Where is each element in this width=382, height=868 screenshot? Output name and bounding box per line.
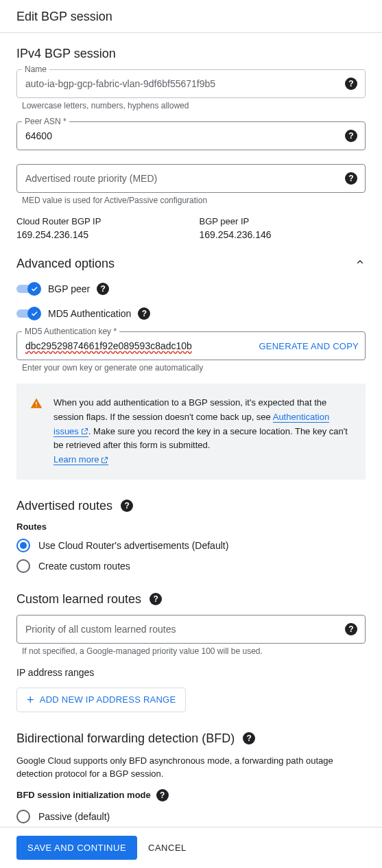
- help-icon[interactable]: ?: [345, 172, 357, 185]
- bgp-peer-toggle-row: BGP peer ?: [16, 282, 366, 296]
- add-ip-range-button[interactable]: + ADD NEW IP ADDRESS RANGE: [16, 688, 186, 712]
- advanced-options-toggle[interactable]: Advanced options: [16, 257, 366, 271]
- priority-input[interactable]: [16, 615, 366, 644]
- advertised-routes-title: Advertised routes ?: [16, 499, 366, 513]
- help-icon[interactable]: ?: [150, 593, 162, 605]
- bgp-peer-label: BGP peer IP: [200, 216, 366, 226]
- md5-switch[interactable]: [16, 307, 41, 320]
- radio-icon: [16, 810, 30, 823]
- ip-ranges-title: IP address ranges: [16, 667, 366, 678]
- ipv4-section-title: IPv4 BGP session: [16, 47, 366, 61]
- help-icon[interactable]: ?: [243, 732, 255, 744]
- name-input: auto-ia-bgp-gcp-fabric-vlan-9df6bf55671f…: [16, 69, 366, 98]
- name-field-wrap: Name auto-ia-bgp-gcp-fabric-vlan-9df6bf5…: [16, 69, 366, 98]
- routes-option-default[interactable]: Use Cloud Router's advertisements (Defau…: [16, 539, 366, 552]
- page-title: Edit BGP session: [16, 10, 366, 24]
- learn-more-link[interactable]: Learn more: [53, 454, 108, 465]
- save-continue-button[interactable]: SAVE AND CONTINUE: [16, 836, 137, 860]
- custom-learned-title: Custom learned routes ?: [16, 592, 366, 607]
- md5-info-box: When you add authentication to a BGP ses…: [16, 384, 366, 480]
- routes-option-custom[interactable]: Create custom routes: [16, 559, 366, 573]
- md5-label: MD5 Authentication key *: [22, 327, 119, 336]
- bgp-peer-switch[interactable]: [16, 282, 41, 296]
- plus-icon: +: [27, 694, 34, 706]
- help-icon[interactable]: ?: [345, 130, 357, 142]
- md5-toggle-row: MD5 Authentication ?: [16, 307, 366, 320]
- ip-columns: Cloud Router BGP IP 169.254.236.145 BGP …: [16, 216, 366, 240]
- cloud-router-col: Cloud Router BGP IP 169.254.236.145: [16, 216, 183, 240]
- bfd-title: Bidirectional forwarding detection (BFD)…: [16, 731, 366, 746]
- peer-asn-label: Peer ASN *: [22, 117, 69, 126]
- md5-toggle-label: MD5 Authentication: [48, 308, 131, 319]
- help-icon[interactable]: ?: [97, 283, 109, 295]
- page-header: Edit BGP session: [0, 0, 382, 33]
- external-link-icon: [100, 456, 108, 465]
- name-label: Name: [22, 64, 49, 74]
- routes-label: Routes: [16, 521, 366, 532]
- help-icon[interactable]: ?: [138, 307, 150, 320]
- footer-bar: SAVE AND CONTINUE CANCEL: [0, 827, 382, 868]
- radio-checked-icon: [16, 539, 30, 552]
- bgp-peer-toggle-label: BGP peer: [48, 283, 90, 294]
- med-input[interactable]: [16, 164, 366, 193]
- routes-option-custom-label: Create custom routes: [38, 561, 130, 572]
- svg-point-0: [36, 406, 37, 407]
- priority-help-text: If not specified, a Google-managed prior…: [22, 646, 366, 656]
- priority-field-wrap: ?: [16, 615, 366, 644]
- advanced-title: Advanced options: [16, 257, 115, 271]
- cloud-router-value: 169.254.236.145: [16, 229, 183, 240]
- peer-asn-field-wrap: Peer ASN * ?: [16, 121, 366, 150]
- name-help-text: Lowercase letters, numbers, hyphens allo…: [22, 101, 366, 110]
- help-icon[interactable]: ?: [345, 78, 357, 90]
- chevron-up-icon: [355, 257, 366, 271]
- routes-option-default-label: Use Cloud Router's advertisements (Defau…: [38, 540, 228, 551]
- bfd-description: Google Cloud supports only BFD asynchron…: [16, 754, 366, 781]
- external-link-icon: [80, 427, 88, 436]
- help-icon[interactable]: ?: [156, 789, 169, 801]
- generate-copy-button[interactable]: GENERATE AND COPY: [259, 341, 359, 351]
- bfd-mode-label: BFD session initialization mode ?: [16, 789, 366, 801]
- bgp-peer-col: BGP peer IP 169.254.236.146: [200, 216, 366, 240]
- help-icon[interactable]: ?: [121, 500, 133, 512]
- help-icon[interactable]: ?: [345, 623, 357, 635]
- radio-icon: [16, 559, 30, 573]
- md5-field-wrap: MD5 Authentication key * dbc29529874661f…: [16, 331, 366, 360]
- med-help-text: MED value is used for Active/Passive con…: [22, 196, 366, 205]
- bfd-passive-label: Passive (default): [38, 811, 110, 822]
- med-field-wrap: ?: [16, 164, 366, 193]
- form-content: IPv4 BGP session Name auto-ia-bgp-gcp-fa…: [0, 33, 382, 868]
- md5-help-text: Enter your own key or generate one autom…: [22, 363, 366, 373]
- bgp-peer-value: 169.254.236.146: [200, 229, 366, 240]
- info-text: When you add authentication to a BGP ses…: [53, 396, 352, 467]
- cloud-router-label: Cloud Router BGP IP: [16, 216, 183, 226]
- bfd-passive-option[interactable]: Passive (default): [16, 810, 366, 823]
- cancel-button[interactable]: CANCEL: [148, 843, 187, 853]
- warning-icon: [30, 397, 43, 410]
